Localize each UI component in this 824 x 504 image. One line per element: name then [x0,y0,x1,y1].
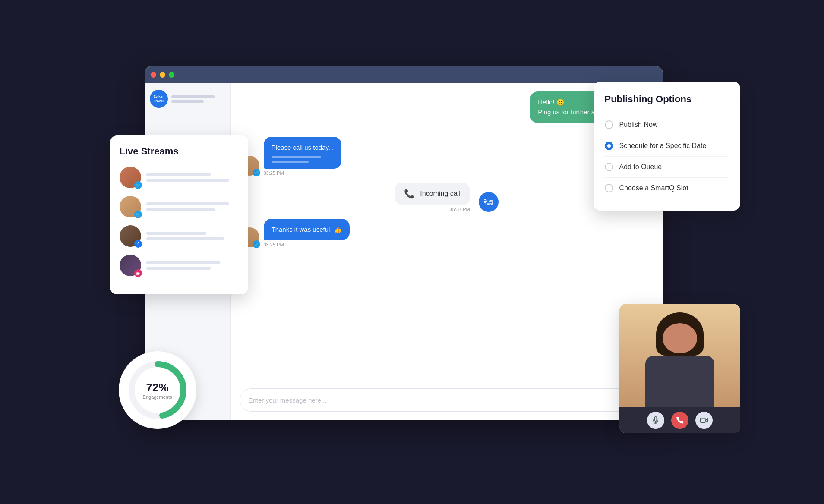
radio-label-queue: Add to Queue [619,163,662,171]
camera-icon [700,416,708,424]
titlebar [145,66,663,83]
message-input-placeholder: Enter your message here... [249,397,327,404]
video-person-area [619,304,740,407]
radio-item-schedule[interactable]: Schedule for a Specific Date [605,135,729,157]
logo-icon: Zylker Travel [150,90,168,108]
call-timestamp: 05:37 PM [395,207,470,212]
logo-text-lines [171,95,225,103]
message-row-outgoing: Hello! 🙂 Ping us for further assistance … [240,91,654,130]
stream-lines-1 [146,173,239,182]
radio-label-schedule: Schedule for a Specific Date [619,142,707,150]
publishing-title: Publishing Options [605,94,729,105]
engagement-percent: 72% [143,381,172,394]
stream-badge-1: 🐦 [134,181,142,189]
incoming-timestamp-2: 03:25 PM [264,242,350,247]
stream-line-4a [146,261,220,264]
stream-lines-2 [146,202,239,211]
publishing-options-card: Publishing Options Publish Now Schedule … [594,82,740,211]
stream-item-1: 🐦 [120,167,239,188]
message-row-incoming-1: 🐦 Please call us today... 03:25 PM [240,137,654,176]
stream-badge-2: 🐦 [134,211,142,218]
stream-badge-3: f [134,240,142,248]
radio-item-smartq[interactable]: Choose a SmartQ Slot [605,178,729,198]
stream-lines-4 [146,261,239,270]
twitter-badge-1: 🐦 [253,169,260,176]
twitter-badge-2: 🐦 [253,240,260,248]
incoming-message-content-1: Please call us today... 03:25 PM [264,137,342,176]
message-row-incoming-2: 🐦 Thanks it was useful. 👍 03:25 PM [240,219,654,248]
stream-line-1b [146,179,230,182]
radio-label-publish-now: Publish Now [619,121,658,129]
donut-text: 72% Engagements [143,381,172,400]
incoming-text-2: Thanks it was useful. 👍 [272,226,342,233]
stream-item-2: 🐦 [120,196,239,217]
video-controls [619,407,740,433]
close-button[interactable] [151,72,156,78]
mic-button[interactable] [647,412,664,429]
sidebar-logo: Zylker Travel [150,90,225,108]
live-streams-card: Live Streams 🐦 🐦 f [110,135,248,294]
svg-rect-7 [700,418,705,423]
stream-avatar-container-1: 🐦 [120,167,141,188]
engagement-label: Engagements [143,394,172,400]
logo-line-1 [171,95,215,98]
svg-marker-6 [705,419,707,422]
stream-line-2a [146,202,230,205]
incoming-call-text: Incoming call [420,190,460,198]
radio-circle-schedule[interactable] [605,142,613,150]
radio-item-publish-now[interactable]: Publish Now [605,114,729,135]
live-streams-title: Live Streams [120,146,239,157]
radio-circle-smartq[interactable] [605,184,613,192]
bubble-call: 📞 Incoming call [395,183,470,205]
stream-lines-3 [146,232,239,240]
video-call-card [619,304,740,433]
chat-messages: Hello! 🙂 Ping us for further assistance … [240,91,654,380]
stream-avatar-container-2: 🐦 [120,196,141,217]
incoming-text-1: Please call us today... [272,144,334,151]
incoming-call-row: 📞 Incoming call 05:37 PM ZylkerTravel [240,183,654,212]
engagement-card: 72% Engagements [119,351,196,429]
stream-item-4: ◉ [120,255,239,276]
radio-label-smartq: Choose a SmartQ Slot [619,184,688,192]
bubble-incoming-2: Thanks it was useful. 👍 [264,219,350,241]
stream-line-3a [146,232,206,235]
incoming-message-content-2: Thanks it was useful. 👍 03:25 PM [264,219,350,248]
minimize-button[interactable] [160,72,165,78]
bubble-incoming-1: Please call us today... [264,137,342,169]
call-avatar-container: ZylkerTravel [479,192,499,212]
stream-item-3: f [120,225,239,247]
mic-icon [652,416,660,424]
radio-circle-queue[interactable] [605,163,613,171]
message-input-area[interactable]: Enter your message here... [240,388,654,412]
stream-line-3b [146,237,225,240]
radio-circle-publish-now[interactable] [605,120,613,129]
maximize-button[interactable] [169,72,174,78]
call-sender-avatar: ZylkerTravel [479,192,499,212]
person-silhouette [619,304,740,407]
camera-button[interactable] [695,412,713,429]
stream-badge-4: ◉ [134,269,142,277]
stream-line-1a [146,173,211,176]
outgoing-text-1: Hello! 🙂 [538,98,565,106]
person-body [645,356,714,407]
person-face [663,323,697,353]
end-call-button[interactable] [671,412,688,429]
phone-icon: 📞 [404,189,415,199]
end-call-icon [676,416,684,424]
incoming-timestamp-1: 03:25 PM [264,170,342,176]
stream-avatar-container-3: f [120,225,141,247]
stream-line-4b [146,267,211,270]
stream-avatar-container-4: ◉ [120,255,141,276]
call-message-content: 📞 Incoming call 05:37 PM [395,183,470,212]
logo-line-2 [171,100,204,103]
stream-line-2b [146,208,216,211]
radio-item-queue[interactable]: Add to Queue [605,157,729,178]
donut-chart: 72% Engagements [123,356,192,425]
